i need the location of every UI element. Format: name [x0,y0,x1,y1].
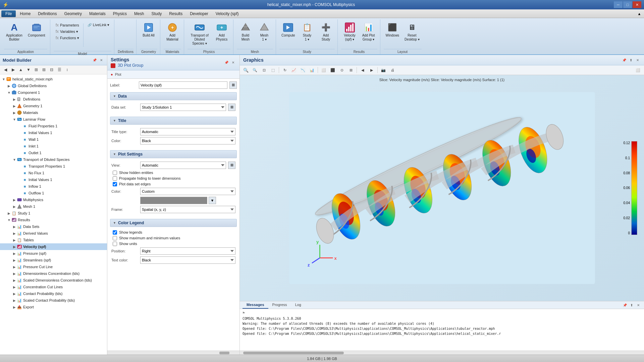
file-menu[interactable]: File [1,10,16,17]
text-color-select[interactable]: Black [140,256,235,264]
livelink-button[interactable]: 🔗 LiveLink ▾ [86,22,111,28]
tree-item-tables[interactable]: ▶ 📋 Tables [0,237,107,243]
component-button[interactable]: Component [26,21,47,39]
settings-scrollbar[interactable] [107,351,239,355]
tree-item-initial-values1[interactable]: ▶ ■ Initial Values 1 [0,129,107,136]
reset-desktop-button[interactable]: 🖥 ResetDesktop ▾ [402,21,421,43]
tree-item-scaled-dimensionless[interactable]: ▶ 📊 Scaled Dimensionless Concentration (… [0,277,107,284]
tree-item-global-defs[interactable]: ▶ Global Definitions [0,82,107,89]
parameters-button[interactable]: fx Parameters [54,22,81,28]
log-tab-progress[interactable]: Progress [268,301,291,309]
sort-button[interactable]: ↕ [64,66,70,73]
expand-all-button[interactable]: ⊞ [41,66,47,73]
variables-button[interactable]: fx Variables ▾ [54,28,81,35]
surface-button[interactable]: ⬛ [329,66,337,74]
add-plot-group-button[interactable]: 📊 Add PlotGroup ▾ [360,21,377,43]
model-builder-pin[interactable]: 📌 [92,57,98,63]
definitions-menu[interactable]: Definitions [35,10,60,17]
add-study-button[interactable]: ➕ AddStudy [317,21,335,43]
tree-item-inlet1[interactable]: ▶ ■ Inlet 1 [0,143,107,149]
log-scrollbar[interactable] [240,351,644,355]
color-swatch-btn[interactable]: ▼ [209,197,216,204]
bar-button[interactable]: 📊 [308,66,316,74]
graphics-expand2-btn[interactable]: ⬜ [634,66,642,74]
dataset-select[interactable]: Study 1/Solution 1 [140,104,226,111]
velocity-spf-menu[interactable]: Velocity (spf) [212,10,242,17]
model-builder-close[interactable]: ✕ [98,57,104,63]
results-menu[interactable]: Results [166,10,186,17]
tree-item-transport-props1[interactable]: ▶ ■ Transport Properties 1 [0,163,107,170]
ribbon-collapse-btn[interactable]: ▲ [636,10,643,17]
zoom-in-button[interactable]: 🔍 [242,66,250,74]
log-expand-btn[interactable]: ⬆ [629,302,635,308]
data-section-header[interactable]: ▼ Data [110,92,237,100]
view-3d-button[interactable]: ⊞ [347,66,355,74]
tree-item-inflow1[interactable]: ▶ ■ Inflow 1 [0,183,107,190]
scatter-button[interactable]: 📉 [299,66,307,74]
tree-item-materials[interactable]: ▶ Materials [0,109,107,116]
show-hidden-checkbox[interactable] [113,171,117,175]
windows-button[interactable]: ⬛ Windows [384,21,401,39]
tree-item-streamlines-spf[interactable]: ▶ 📊 Streamlines (spf) [0,257,107,263]
perspective-button[interactable]: ⊙ [338,66,346,74]
home-menu[interactable]: Home [16,10,34,17]
camera-prev-button[interactable]: ◀ [359,66,367,74]
title-color-select[interactable]: Black [140,137,235,144]
build-mesh-button[interactable]: BuildMesh [237,21,254,43]
graphics-viewport[interactable]: Slice: Velocity magnitude (m/s) Slice: V… [240,75,644,301]
tree-item-laminar-flow[interactable]: ▼ Laminar Flow [0,116,107,123]
color-swatch[interactable] [140,197,207,204]
study1-button[interactable]: 📋 Study1 ▾ [299,21,316,43]
propagate-hiding-checkbox[interactable] [113,176,117,181]
graph-type-button[interactable]: 📈 [290,66,298,74]
tree-item-component1[interactable]: ▼ Component 1 [0,89,107,96]
nav-up-button[interactable]: ▲ [17,66,24,73]
geometry-menu[interactable]: Geometry [61,10,85,17]
tree-item-geometry1[interactable]: ▶ Geometry 1 [0,103,107,109]
position-select[interactable]: Right [140,247,235,255]
materials-menu[interactable]: Materials [86,10,109,17]
color-select[interactable]: Custom [140,188,235,195]
tree-item-conc-cut-lines[interactable]: ▶ 📊 Concentration Cut Lines [0,284,107,290]
rotate-button[interactable]: ↻ [281,66,289,74]
maximize-button[interactable]: □ [623,1,632,8]
tree-item-velocity-spf[interactable]: ▶ Velocity (spf) [0,243,107,250]
color-legend-section-header[interactable]: ▼ Color Legend [110,219,237,227]
minimize-button[interactable]: ─ [614,1,623,8]
functions-button[interactable]: fx Functions ▾ [54,35,81,41]
label-edit-btn[interactable]: ⊞ [229,81,237,89]
tree-item-outflow1[interactable]: ▶ ■ Outflow 1 [0,190,107,196]
camera-next-button[interactable]: ▶ [368,66,376,74]
zoom-extents-button[interactable]: ⊡ [260,66,268,74]
mesh1-button[interactable]: Mesh1 ▾ [256,21,273,43]
settings-close-btn[interactable]: ✕ [230,59,236,65]
nav-down-button[interactable]: ▼ [25,66,32,73]
graphics-pin-btn[interactable]: 📌 [621,57,627,63]
log-tab-messages[interactable]: Messages [243,301,268,309]
mesh-menu[interactable]: Mesh [131,10,147,17]
wireframe-button[interactable]: ⬜ [320,66,328,74]
show-max-min-checkbox[interactable] [113,236,117,240]
app-builder-button[interactable]: A ApplicationBuilder [4,21,24,43]
tree-item-initial-values2[interactable]: ▶ ■ Initial Values 1 [0,176,107,183]
tree-item-derived-values[interactable]: ▶ 📊 Derived Values [0,230,107,237]
tree-item-fluid-props1[interactable]: ▶ ■ Fluid Properties 1 [0,123,107,129]
zoom-out-button[interactable]: 🔍 [251,66,259,74]
compute-button[interactable]: Compute [279,21,297,39]
collapse-all-button[interactable]: ⊟ [48,66,55,73]
show-units-checkbox[interactable] [113,242,117,246]
velocity-spf-button[interactable]: Velocity(spf) ▾ [341,21,359,43]
tree-item-pressure-spf[interactable]: ▶ 📊 Pressure (spf) [0,250,107,257]
tree-item-mesh1-tree[interactable]: ▶ Mesh 1 [0,203,107,210]
add-material-button[interactable]: + AddMaterial [164,21,181,43]
view-select[interactable]: Automatic [140,162,226,169]
developer-menu[interactable]: Developer [186,10,212,17]
add-physics-button[interactable]: + AddPhysics [213,21,230,43]
dataset-btn[interactable]: ⊞ [228,104,235,111]
log-pin-btn[interactable]: 📌 [622,302,628,308]
view-btn[interactable]: ⊞ [228,162,235,169]
plot-dataset-edges-checkbox[interactable] [113,182,117,186]
print-button[interactable]: 🖨 [388,66,396,74]
label-input[interactable] [139,81,227,89]
settings-pin-btn[interactable]: 📌 [223,59,229,65]
